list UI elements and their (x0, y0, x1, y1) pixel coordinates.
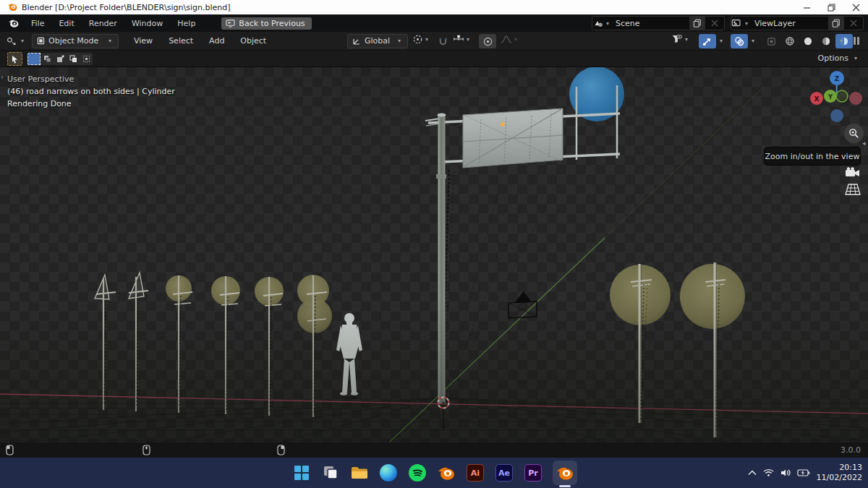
unlink-scene-button[interactable] (707, 17, 723, 30)
sidebar-toggle-arrow-left[interactable]: › (1, 73, 4, 81)
select-mode-intersect[interactable] (80, 53, 93, 65)
proportional-icon (483, 37, 493, 46)
remove-viewlayer-button[interactable] (846, 17, 861, 30)
system-tray: 20:13 11/02/2022 (748, 458, 862, 488)
spotify-button[interactable] (408, 463, 427, 482)
folder-icon (351, 466, 368, 480)
header-handle-icon[interactable] (852, 36, 861, 46)
start-button[interactable] (292, 463, 311, 482)
file-explorer-button[interactable] (350, 463, 369, 482)
new-scene-button[interactable] (689, 17, 705, 30)
gizmo-z-label: Z (835, 75, 840, 82)
chevron-down-icon[interactable]: ▾ (718, 38, 725, 44)
close-button[interactable] (843, 0, 868, 14)
tray-chevron-icon[interactable] (748, 470, 757, 476)
viewport-3d[interactable]: User Perspective (46) road narrows on bo… (0, 67, 868, 442)
navigation-gizmo[interactable]: Z X Y (810, 71, 862, 123)
blender-active-window-button[interactable] (553, 461, 577, 485)
duplicate-icon (693, 19, 702, 27)
after-effects-button[interactable]: Ae (495, 463, 514, 482)
edge-icon (380, 464, 397, 481)
status-bar: 3.0.0 (0, 442, 868, 458)
wifi-icon[interactable] (763, 468, 774, 477)
chevron-down-icon[interactable]: ▾ (749, 38, 757, 44)
shading-wireframe-button[interactable] (781, 34, 799, 48)
menu-select[interactable]: Select (161, 36, 201, 46)
viewlayer-selector[interactable]: ▾ ViewLayer (731, 16, 864, 30)
menu-view[interactable]: View (126, 36, 161, 46)
chevron-down-icon[interactable]: ▾ (838, 38, 845, 44)
middle-mouse-icon (142, 445, 150, 455)
select-mode-new[interactable] (27, 53, 41, 65)
object-visibility-dropdown[interactable]: ▾ (671, 34, 690, 44)
battery-icon[interactable] (797, 468, 810, 477)
taskbar-center: Ai Ae Pr (292, 458, 577, 488)
restore-icon (827, 4, 835, 12)
shading-material-button[interactable] (817, 34, 835, 48)
pivot-icon (412, 34, 423, 45)
view-name-label: User Perspective (7, 74, 74, 84)
overlays-toggle[interactable] (731, 34, 748, 48)
select-mode-extend[interactable] (41, 53, 54, 65)
restore-button[interactable] (819, 0, 843, 14)
object-origin-dot (501, 122, 505, 127)
back-to-previous-button[interactable]: Back to Previous (221, 17, 311, 30)
editor-3dview-icon (6, 36, 17, 46)
clock[interactable]: 20:13 11/02/2022 (817, 463, 862, 484)
snap-target-dropdown[interactable]: ▾ (453, 34, 472, 44)
options-dropdown[interactable]: Options ▾ (818, 53, 859, 63)
menu-file[interactable]: File (24, 14, 51, 32)
orientation-label: Global (365, 36, 392, 46)
chevron-down-icon: ▾ (512, 36, 519, 43)
snap-toggle[interactable] (434, 34, 451, 48)
menu-object[interactable]: Object (232, 36, 274, 46)
chevron-down-icon: ▾ (106, 38, 114, 44)
perspective-toggle-button[interactable] (845, 184, 861, 197)
blender-pinned-button[interactable] (437, 463, 456, 482)
intersect-icon (82, 55, 90, 63)
proportional-editing-toggle[interactable] (479, 34, 496, 48)
menu-render[interactable]: Render (82, 14, 124, 32)
shading-solid-button[interactable] (799, 34, 817, 48)
active-tool-select-box[interactable] (7, 52, 22, 66)
pivot-point-dropdown[interactable]: ▾ (412, 34, 430, 45)
zoom-view-button[interactable] (844, 124, 864, 143)
xray-toggle[interactable] (762, 34, 780, 48)
illustrator-badge: Ai (471, 468, 480, 478)
orientation-dropdown[interactable]: Global ▾ (347, 34, 408, 48)
tool-settings-bar: Options ▾ (0, 51, 868, 67)
mode-dropdown[interactable]: Object Mode ▾ (32, 34, 119, 48)
filter-eye-icon (671, 34, 683, 44)
tooltip: Zoom in/out in the view (764, 147, 861, 166)
mode-label: Object Mode (48, 36, 103, 46)
minimize-button[interactable] (794, 0, 819, 14)
premiere-icon: Pr (524, 464, 542, 481)
menu-add[interactable]: Add (201, 36, 232, 46)
window-titlebar: Blender [D:\Project Folder\BLENDER\sign\… (0, 0, 868, 14)
falloff-dropdown[interactable]: ▾ (501, 35, 519, 44)
camera-view-button[interactable] (845, 167, 861, 180)
overhead-sign-gantry[interactable] (425, 67, 624, 403)
menu-window[interactable]: Window (124, 14, 170, 32)
scene-selector[interactable]: ▾ Scene (592, 16, 725, 30)
after-effects-icon: Ae (495, 464, 513, 481)
camera-object[interactable] (509, 291, 537, 318)
menu-help[interactable]: Help (170, 14, 203, 32)
select-mode-subtract[interactable] (54, 53, 67, 65)
task-view-button[interactable] (321, 463, 340, 482)
illustrator-button[interactable]: Ai (466, 463, 485, 482)
close-icon (852, 4, 860, 12)
menu-edit[interactable]: Edit (51, 14, 81, 32)
chevron-down-icon: ▾ (604, 20, 611, 27)
editor-type-button[interactable]: ▾ (6, 36, 26, 46)
blender-app-icon[interactable] (7, 18, 20, 29)
edge-button[interactable] (379, 463, 398, 482)
gizmos-toggle[interactable] (699, 34, 716, 48)
sidebar-toggle-arrow-right[interactable]: ◂ (862, 140, 866, 147)
extend-icon (43, 55, 51, 63)
volume-icon[interactable] (780, 468, 791, 477)
select-mode-invert[interactable] (67, 53, 80, 65)
premiere-button[interactable]: Pr (524, 463, 542, 482)
viewlayer-icon (731, 19, 743, 28)
new-viewlayer-button[interactable] (828, 17, 844, 30)
